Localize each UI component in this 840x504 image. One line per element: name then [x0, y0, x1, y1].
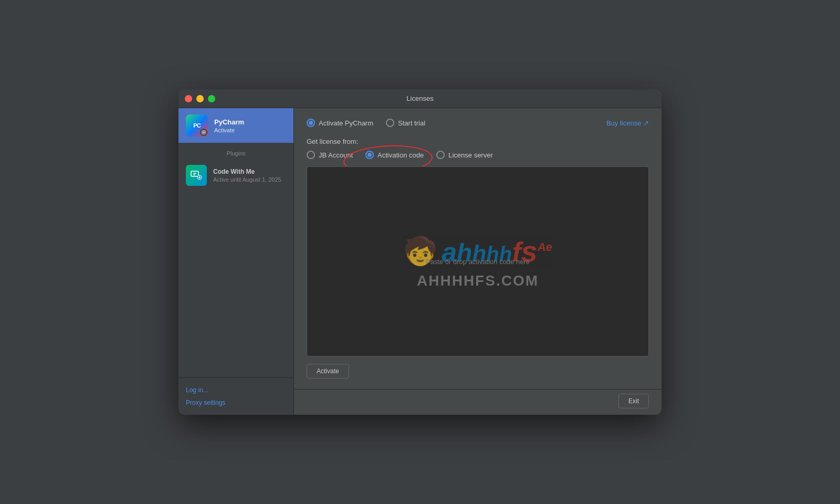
code-with-me-icon	[186, 165, 207, 186]
activation-code-textarea-container[interactable]: 🧒 a h h h h f s Ae	[307, 166, 649, 356]
activate-row: Activate	[307, 364, 649, 379]
plugin-item-code-with-me[interactable]: Code With Me Active until August 1, 2025	[178, 160, 293, 191]
exit-button[interactable]: Exit	[618, 394, 649, 408]
license-server-radio[interactable]	[436, 151, 445, 159]
buy-license-link[interactable]: Buy license ↗	[606, 119, 649, 127]
window-body: PC PyCharm Activate Plugins	[178, 108, 662, 415]
sidebar-footer: Log in... Proxy settings	[178, 377, 293, 415]
activation-code-input[interactable]	[307, 167, 648, 356]
start-trial-option[interactable]: Start trial	[386, 119, 425, 127]
product-info: PyCharm Activate	[214, 118, 286, 133]
sidebar-item-pycharm[interactable]: PC PyCharm Activate	[178, 108, 293, 143]
main-wrapper: Activate PyCharm Start trial Buy license…	[294, 108, 662, 415]
exit-row: Exit	[294, 389, 662, 415]
plugins-section: Plugins Code With Me	[178, 143, 293, 195]
window-title: Licenses	[406, 94, 433, 102]
pycharm-logo-badge	[200, 129, 207, 136]
license-type-row: Activate PyCharm Start trial Buy license…	[307, 119, 649, 127]
pycharm-logo-badge-inner	[201, 130, 206, 135]
activate-pycharm-radio[interactable]	[307, 119, 315, 127]
activate-pycharm-radio-fill	[309, 121, 313, 125]
activate-pycharm-label: Activate PyCharm	[319, 119, 373, 127]
product-status: Activate	[214, 127, 286, 133]
license-server-option[interactable]: License server	[436, 151, 493, 159]
activation-code-radio[interactable]	[365, 151, 374, 159]
svg-rect-1	[191, 171, 198, 176]
jb-account-radio[interactable]	[307, 151, 315, 159]
minimize-button[interactable]	[196, 95, 204, 102]
product-name: PyCharm	[214, 118, 286, 126]
jb-account-option[interactable]: JB Account	[307, 151, 353, 159]
pycharm-logo-text: PC	[193, 122, 200, 129]
activate-pycharm-option[interactable]: Activate PyCharm	[307, 119, 373, 127]
traffic-lights	[185, 95, 215, 102]
maximize-button[interactable]	[208, 95, 215, 102]
plugin-name: Code With Me	[213, 168, 281, 175]
jb-account-label: JB Account	[319, 151, 353, 159]
start-trial-radio[interactable]	[386, 119, 394, 127]
activation-code-option[interactable]: Activation code	[365, 151, 424, 159]
log-in-link[interactable]: Log in...	[186, 386, 286, 394]
code-with-me-svg	[190, 169, 203, 182]
start-trial-label: Start trial	[398, 119, 425, 127]
get-license-from-label: Get license from:	[307, 138, 649, 145]
plugins-label: Plugins	[178, 147, 293, 160]
license-source-row: JB Account Activation code License serve…	[307, 151, 649, 159]
licenses-window: Licenses PC PyCharm	[178, 89, 662, 415]
activation-code-label: Activation code	[377, 151, 424, 159]
sidebar: PC PyCharm Activate Plugins	[178, 108, 294, 415]
activate-button[interactable]: Activate	[307, 364, 349, 379]
proxy-settings-link[interactable]: Proxy settings	[186, 399, 286, 406]
close-button[interactable]	[185, 95, 192, 102]
svg-rect-0	[203, 132, 205, 133]
license-source-section: Get license from: JB Account Activation …	[307, 138, 649, 166]
activation-code-radio-fill	[368, 153, 372, 157]
minus-icon	[202, 130, 206, 134]
main-content: Activate PyCharm Start trial Buy license…	[294, 108, 662, 389]
license-server-label: License server	[448, 151, 493, 159]
title-bar: Licenses	[178, 89, 662, 108]
plugin-status: Active until August 1, 2025	[213, 176, 281, 183]
plugin-info: Code With Me Active until August 1, 2025	[213, 168, 281, 183]
pycharm-logo: PC	[186, 114, 208, 136]
